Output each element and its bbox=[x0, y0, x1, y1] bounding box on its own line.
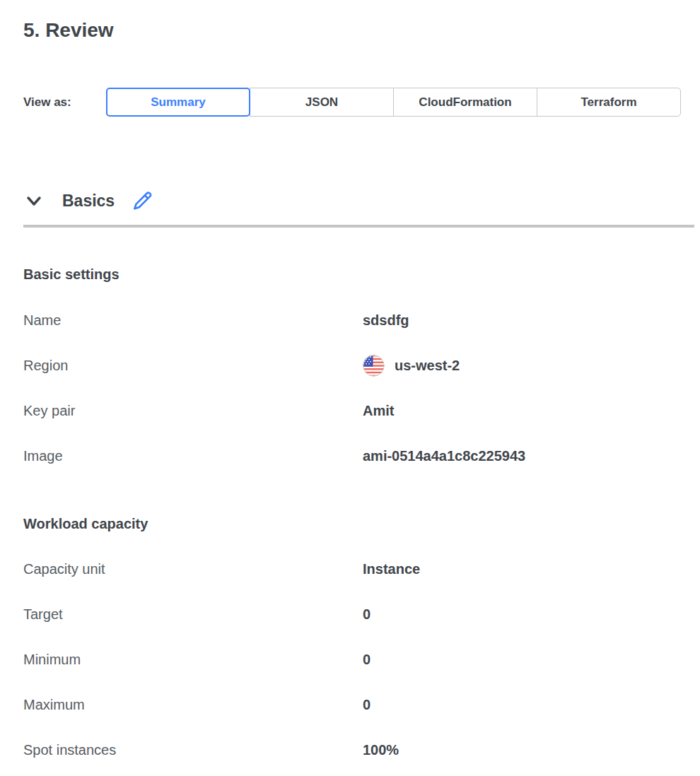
row-capacity-unit-label: Capacity unit bbox=[23, 561, 363, 577]
row-region: Region bbox=[23, 343, 694, 388]
tab-json[interactable]: JSON bbox=[250, 88, 394, 117]
review-panel: 5. Review View as: Summary JSON CloudFor… bbox=[0, 18, 700, 776]
row-image: Image ami-0514a4a1c8c225943 bbox=[23, 433, 694, 478]
row-image-value: ami-0514a4a1c8c225943 bbox=[363, 448, 525, 464]
section-divider bbox=[23, 225, 694, 228]
group-basic-settings: Basic settings Name sdsdfg Region bbox=[23, 265, 694, 478]
group-heading-basic-settings: Basic settings bbox=[23, 265, 694, 283]
row-region-label: Region bbox=[23, 358, 363, 374]
edit-pencil-icon[interactable] bbox=[132, 190, 153, 211]
tab-terraform[interactable]: Terraform bbox=[537, 88, 681, 117]
view-as-tab-group: Summary JSON CloudFormation Terraform bbox=[106, 88, 681, 117]
row-key-pair: Key pair Amit bbox=[23, 388, 694, 433]
row-spot-instances-label: Spot instances bbox=[23, 742, 363, 758]
chevron-down-icon[interactable] bbox=[25, 192, 42, 209]
row-maximum: Maximum 0 bbox=[23, 682, 694, 727]
row-image-label: Image bbox=[23, 448, 363, 464]
view-as-bar: View as: Summary JSON CloudFormation Ter… bbox=[23, 88, 694, 117]
row-key-pair-value: Amit bbox=[363, 403, 394, 419]
row-region-value: us-west-2 bbox=[363, 355, 460, 377]
row-name: Name sdsdfg bbox=[23, 298, 694, 343]
row-spot-instances: Spot instances 100% bbox=[23, 727, 694, 772]
page-title: 5. Review bbox=[23, 18, 694, 42]
row-name-label: Name bbox=[23, 312, 363, 329]
group-heading-workload-capacity: Workload capacity bbox=[23, 515, 694, 533]
row-capacity-unit-value: Instance bbox=[363, 561, 420, 577]
tab-cloudformation[interactable]: CloudFormation bbox=[393, 88, 537, 117]
row-maximum-value: 0 bbox=[363, 697, 371, 713]
row-maximum-label: Maximum bbox=[23, 697, 363, 713]
us-flag-icon bbox=[363, 355, 385, 377]
region-value-text: us-west-2 bbox=[395, 358, 460, 374]
row-target-label: Target bbox=[23, 606, 363, 623]
row-target-value: 0 bbox=[363, 606, 371, 623]
row-minimum-value: 0 bbox=[363, 652, 371, 668]
row-name-value: sdsdfg bbox=[363, 312, 409, 329]
row-minimum-label: Minimum bbox=[23, 652, 363, 668]
basic-settings-rows: Name sdsdfg Region bbox=[23, 298, 694, 478]
row-key-pair-label: Key pair bbox=[23, 403, 363, 419]
row-target: Target 0 bbox=[23, 592, 694, 637]
view-as-label: View as: bbox=[23, 95, 106, 110]
section-title-basics: Basics bbox=[62, 190, 115, 211]
tab-summary[interactable]: Summary bbox=[106, 88, 250, 117]
row-spot-instances-value: 100% bbox=[363, 742, 399, 758]
row-minimum: Minimum 0 bbox=[23, 637, 694, 682]
workload-capacity-rows: Capacity unit Instance Target 0 Minimum … bbox=[23, 546, 694, 772]
row-capacity-unit: Capacity unit Instance bbox=[23, 546, 694, 592]
basics-section-header: Basics bbox=[23, 189, 694, 213]
group-workload-capacity: Workload capacity Capacity unit Instance… bbox=[23, 515, 694, 772]
